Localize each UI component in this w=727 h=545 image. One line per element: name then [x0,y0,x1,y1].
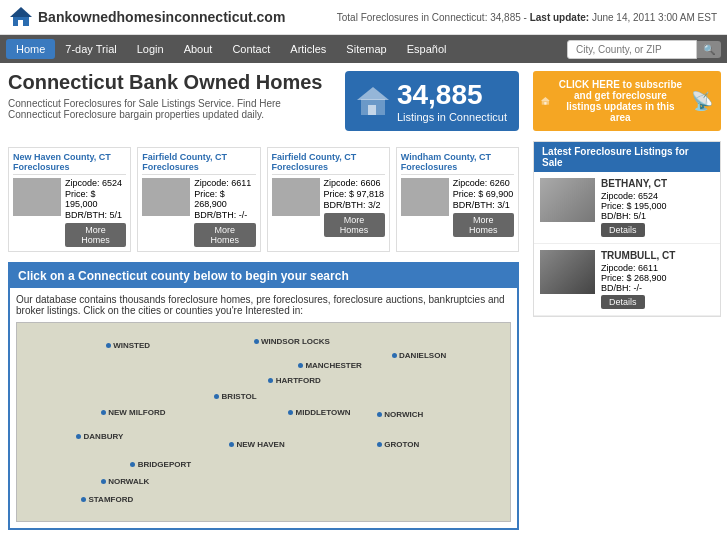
card-2-more-btn[interactable]: More Homes [324,213,385,237]
card-2-thumb [272,178,320,216]
card-0-details: Zipcode: 6524 Price: $ 195,000 BDR/BTH: … [65,178,126,247]
listing-0-zip: Zipcode: 6524 [601,191,714,201]
nav-espanol[interactable]: Español [397,39,457,59]
card-2-county: Fairfield County, CT Foreclosures [272,152,385,175]
nav-trial[interactable]: 7-day Trial [55,39,126,59]
nav-sitemap[interactable]: Sitemap [336,39,396,59]
rss-icon: 📡 [691,90,713,112]
map-dot[interactable] [101,410,106,415]
map-section: Click on a Connecticut county below to b… [8,262,519,530]
listing-0-details-btn[interactable]: Details [601,223,645,237]
sidebar: CLICK HERE to subscribe and get foreclos… [527,63,727,538]
map-dot[interactable] [101,479,106,484]
map-dot[interactable] [214,394,219,399]
map-description: Our database contains thousands foreclos… [16,294,511,316]
header-info: Total Foreclosures in Connecticut: 34,88… [337,12,717,23]
nav-about[interactable]: About [174,39,223,59]
listing-1-price: Price: $ 268,900 [601,273,714,283]
listing-1-details-btn[interactable]: Details [601,295,645,309]
map-dot[interactable] [106,343,111,348]
count-label: Listings in Connecticut [397,111,507,123]
listing-item-1: TRUMBULL, CT Zipcode: 6611 Price: $ 268,… [534,244,720,316]
map-city-label: MANCHESTER [305,361,361,370]
map-dot[interactable] [392,353,397,358]
map-content: Our database contains thousands foreclos… [10,288,517,528]
nav-contact[interactable]: Contact [222,39,280,59]
map-city-label: MIDDLETOWN [296,408,351,417]
card-0-more-btn[interactable]: More Homes [65,223,126,247]
map-city-label: WINSTED [113,341,150,350]
map-city-label: STAMFORD [88,495,133,504]
card-2-details: Zipcode: 6606 Price: $ 97,818 BDR/BTH: 3… [324,178,385,237]
logo-text: Bankownedhomesinconnecticut.com [38,9,285,25]
svg-rect-8 [544,102,546,105]
search-button[interactable]: 🔍 [697,41,721,58]
listing-1-title: TRUMBULL, CT [601,250,714,261]
nav-search-form: 🔍 [567,40,721,59]
nav-home[interactable]: Home [6,39,55,59]
sidebar-listings: Latest Foreclosure Listings for Sale BET… [533,141,721,317]
map-body: Our database contains thousands foreclos… [10,288,517,528]
card-3-more-btn[interactable]: More Homes [453,213,514,237]
property-card-3: Windham County, CT Foreclosures Zipcode:… [396,147,519,252]
logo[interactable]: Bankownedhomesinconnecticut.com [10,6,285,28]
subscribe-box[interactable]: CLICK HERE to subscribe and get foreclos… [533,71,721,131]
card-1-thumb [142,178,190,216]
map-dot[interactable] [377,412,382,417]
listing-0-title: BETHANY, CT [601,178,714,189]
count-number: 34,885 [397,79,507,111]
map-city-label: HARTFORD [276,376,321,385]
card-3-county: Windham County, CT Foreclosures [401,152,514,175]
page-subtitle: Connecticut Foreclosures for Sale Listin… [8,98,335,120]
search-input[interactable] [567,40,697,59]
listing-1-info: TRUMBULL, CT Zipcode: 6611 Price: $ 268,… [601,250,714,309]
card-1-more-btn[interactable]: More Homes [194,223,255,247]
map-dot[interactable] [377,442,382,447]
content-area: Connecticut Bank Owned Homes Connecticut… [0,63,527,538]
listing-item-0: BETHANY, CT Zipcode: 6524 Price: $ 195,0… [534,172,720,244]
map-image[interactable]: WINSTEDWINDSOR LOCKSMANCHESTERDANIELSONH… [16,322,511,522]
map-city-label: NEW MILFORD [108,408,165,417]
card-1-details: Zipcode: 6611 Price: $ 268,900 BDR/BTH: … [194,178,255,247]
svg-marker-7 [541,97,550,101]
house-subscribe-icon [541,89,550,113]
property-card-0: New Haven County, CT Foreclosures Zipcod… [8,147,131,252]
listing-1-thumb [540,250,595,294]
nav-login[interactable]: Login [127,39,174,59]
map-city-label: NORWALK [108,477,149,486]
property-card-1: Fairfield County, CT Foreclosures Zipcod… [137,147,260,252]
card-1-county: Fairfield County, CT Foreclosures [142,152,255,175]
main-layout: Connecticut Bank Owned Homes Connecticut… [0,63,727,538]
map-city-label: BRIDGEPORT [138,460,191,469]
map-dot[interactable] [298,363,303,368]
listing-0-info: BETHANY, CT Zipcode: 6524 Price: $ 195,0… [601,178,714,237]
map-header: Click on a Connecticut county below to b… [10,264,517,288]
svg-marker-1 [10,7,32,17]
map-dot[interactable] [130,462,135,467]
card-3-thumb [401,178,449,216]
count-box: 34,885 Listings in Connecticut [345,71,519,131]
listing-0-thumb [540,178,595,222]
map-city-label: GROTON [384,440,419,449]
page-title: Connecticut Bank Owned Homes [8,71,335,94]
map-dot[interactable] [288,410,293,415]
property-card-2: Fairfield County, CT Foreclosures Zipcod… [267,147,390,252]
nav-bar: Home 7-day Trial Login About Contact Art… [0,35,727,63]
listing-0-price: Price: $ 195,000 [601,201,714,211]
map-dot[interactable] [76,434,81,439]
svg-rect-2 [18,20,23,26]
map-dot[interactable] [81,497,86,502]
property-cards-row: New Haven County, CT Foreclosures Zipcod… [8,147,519,252]
map-dot[interactable] [254,339,259,344]
listings-header: Latest Foreclosure Listings for Sale [534,142,720,172]
svg-marker-4 [357,87,389,100]
listing-0-bdbh: BD/BH: 5/1 [601,211,714,221]
card-3-details: Zipcode: 6260 Price: $ 69,900 BDR/BTH: 3… [453,178,514,237]
map-dot[interactable] [268,378,273,383]
map-dot[interactable] [229,442,234,447]
logo-house-icon [10,6,32,28]
count-house-icon [357,85,389,117]
map-city-label: WINDSOR LOCKS [261,337,330,346]
map-city-label: DANBURY [84,432,124,441]
nav-articles[interactable]: Articles [280,39,336,59]
